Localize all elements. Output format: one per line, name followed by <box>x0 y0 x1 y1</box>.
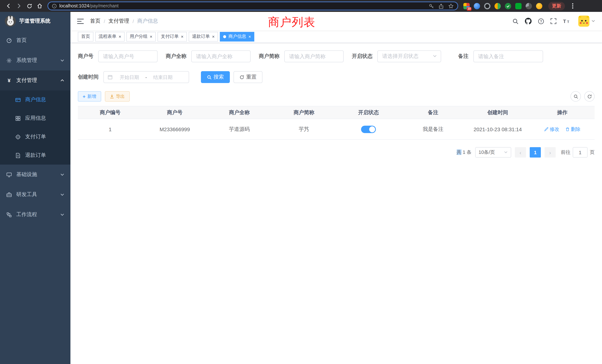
sidebar-subitem-app-info[interactable]: 应用信息 <box>0 109 70 128</box>
sidebar-subitem-refund-order[interactable]: 退款订单 <box>0 146 70 165</box>
breadcrumb: 首页 / 支付管理 / 商户信息 <box>90 18 158 24</box>
extension-icon-5[interactable] <box>505 3 511 9</box>
refresh-table-icon[interactable] <box>584 91 595 102</box>
tab-merchant-info[interactable]: 商户信息× <box>220 32 254 41</box>
extension-icon-7[interactable] <box>526 3 532 9</box>
status-select[interactable]: 请选择开启状态 <box>377 50 441 62</box>
sidebar-item-devtools[interactable]: 研发工具 <box>0 185 70 205</box>
gear-icon <box>6 58 12 63</box>
extension-icon-3[interactable] <box>484 3 490 9</box>
prev-page-button[interactable]: ‹ <box>515 147 526 158</box>
export-button[interactable]: 导出 <box>105 91 129 102</box>
remark-input[interactable] <box>473 50 543 62</box>
browser-forward-icon[interactable] <box>14 1 24 11</box>
browser-home-icon[interactable] <box>35 1 44 11</box>
delete-link[interactable]: 删除 <box>565 126 580 132</box>
tab-process-form[interactable]: 流程表单× <box>95 32 125 41</box>
payment-submenu: 商户信息 应用信息 支付订单 退款订单 <box>0 90 70 165</box>
page-1-button[interactable]: 1 <box>530 147 541 158</box>
site-info-icon[interactable] <box>52 3 57 8</box>
sidebar-item-label: 研发工具 <box>16 191 37 198</box>
tab-close-icon[interactable]: × <box>248 34 251 39</box>
tab-close-icon[interactable]: × <box>119 34 121 39</box>
sidebar-item-workflow[interactable]: 工作流程 <box>0 205 70 225</box>
user-menu[interactable] <box>578 16 595 27</box>
page-size-select[interactable]: 10条/页 <box>475 147 511 158</box>
hide-search-icon[interactable] <box>570 91 581 102</box>
browser-menu-icon[interactable] <box>569 3 576 9</box>
hamburger-icon[interactable] <box>77 18 84 24</box>
next-page-button[interactable]: › <box>545 147 556 158</box>
create-time-range-picker[interactable]: - <box>103 71 189 83</box>
header-merchant-id: 商户编号 <box>78 106 142 119</box>
cell-full-name: 芋道源码 <box>207 119 272 139</box>
goto-prefix: 前往 <box>561 149 570 156</box>
sidebar-item-label: 首页 <box>16 37 27 44</box>
add-button[interactable]: + 新增 <box>78 91 101 102</box>
header-remark: 备注 <box>401 106 466 119</box>
browser-toolbar: localhost:1024/pay/merchant 10 <box>0 0 602 12</box>
address-bar[interactable]: localhost:1024/pay/merchant <box>47 1 458 10</box>
tab-user-group[interactable]: 用户分组× <box>126 32 156 41</box>
header-search-icon[interactable] <box>512 18 519 24</box>
bookmark-star-icon[interactable] <box>448 3 454 9</box>
help-icon[interactable]: ? <box>538 18 544 24</box>
date-start-input[interactable] <box>115 74 144 80</box>
breadcrumb-separator: / <box>104 18 105 24</box>
sidebar-item-infra[interactable]: 基础设施 <box>0 165 70 185</box>
sidebar-item-home[interactable]: 首页 <box>0 30 70 50</box>
full-name-input[interactable] <box>191 50 251 62</box>
browser-update-button[interactable]: 更新 <box>548 2 565 10</box>
user-avatar[interactable] <box>578 16 589 27</box>
goto-page-input[interactable] <box>573 147 588 158</box>
goto-page: 前往 页 <box>561 147 595 158</box>
browser-refresh-icon[interactable] <box>24 1 34 11</box>
extension-icon-8[interactable] <box>536 3 542 9</box>
page-content: 商户号 商户全称 商户简称 开启状态 请选择开启状态 <box>70 43 602 364</box>
table-header-row: 商户编号 商户号 商户全称 商户简称 开启状态 备注 创建时间 操作 <box>78 106 595 119</box>
sidebar-item-label: 支付管理 <box>16 77 37 84</box>
card-icon <box>15 97 21 103</box>
extension-icon-4[interactable] <box>494 3 501 9</box>
status-field: 开启状态 请选择开启状态 <box>352 50 441 62</box>
github-icon[interactable] <box>525 18 532 24</box>
sidebar-subitem-merchant-info[interactable]: 商户信息 <box>0 90 70 109</box>
tab-close-icon[interactable]: × <box>150 34 152 39</box>
monitor-icon <box>6 172 12 177</box>
reset-button[interactable]: 重置 <box>234 71 262 83</box>
tab-home[interactable]: 首页 <box>78 32 93 41</box>
total-count: 共 1 条 <box>456 149 472 156</box>
browser-back-icon[interactable] <box>4 1 13 11</box>
delete-link-label: 删除 <box>571 126 580 132</box>
password-key-icon[interactable] <box>429 3 434 9</box>
merchant-no-field: 商户号 <box>78 50 158 62</box>
sidebar-item-system[interactable]: 系统管理 <box>0 50 70 70</box>
status-toggle[interactable] <box>361 126 376 133</box>
extension-icon-1[interactable]: 10 <box>463 3 470 9</box>
tab-close-icon[interactable]: × <box>212 34 215 39</box>
tab-refund-order[interactable]: 退款订单× <box>189 32 218 41</box>
toolbox-icon <box>6 192 12 197</box>
sidebar-item-label: 商户信息 <box>25 96 46 103</box>
sidebar-subitem-pay-order[interactable]: 支付订单 <box>0 128 70 146</box>
extension-icon-6[interactable] <box>515 3 522 9</box>
header-merchant-no: 商户号 <box>142 106 207 119</box>
fullscreen-icon[interactable] <box>550 18 556 24</box>
breadcrumb-section[interactable]: 支付管理 <box>108 18 129 24</box>
extension-icon-2[interactable] <box>474 3 480 9</box>
sidebar-item-payment[interactable]: ¥ 支付管理 <box>0 70 70 90</box>
merchant-no-input[interactable] <box>98 50 158 62</box>
share-icon[interactable] <box>439 3 444 9</box>
date-end-input[interactable] <box>149 74 177 80</box>
cell-status <box>336 119 401 139</box>
tab-label: 用户分组 <box>130 33 148 40</box>
breadcrumb-home[interactable]: 首页 <box>90 18 100 24</box>
font-size-icon[interactable]: TT <box>563 18 570 24</box>
edit-link[interactable]: 修改 <box>544 126 559 132</box>
short-name-input[interactable] <box>284 50 344 62</box>
app-logo[interactable]: 芋道管理系统 <box>0 12 70 30</box>
tab-pay-order[interactable]: 支付订单× <box>158 32 187 41</box>
merchant-no-label: 商户号 <box>78 53 93 60</box>
tab-close-icon[interactable]: × <box>181 34 183 39</box>
search-button[interactable]: 搜索 <box>201 71 230 83</box>
